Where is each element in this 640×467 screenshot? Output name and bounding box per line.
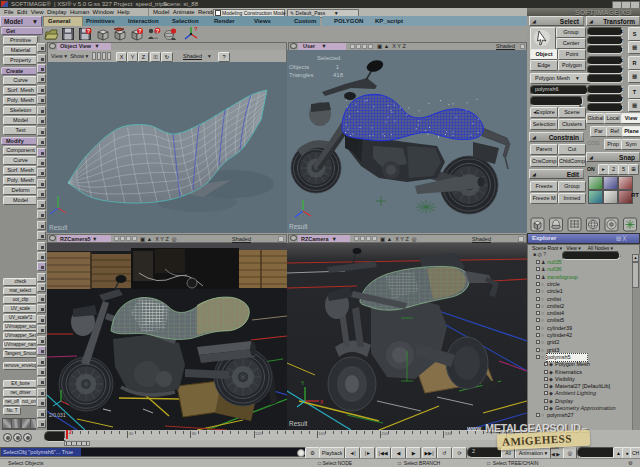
svg-text:418: 418 bbox=[333, 72, 344, 78]
svg-text:?: ? bbox=[194, 26, 198, 32]
svg-text:Result: Result bbox=[289, 420, 308, 427]
svg-text:Triangles: Triangles bbox=[289, 72, 313, 78]
svg-text:Selected: Selected bbox=[317, 55, 340, 61]
svg-text:2/0.031: 2/0.031 bbox=[49, 412, 66, 418]
svg-text:Result: Result bbox=[289, 223, 308, 230]
svg-text:Objects: Objects bbox=[289, 64, 309, 70]
svg-text:Result: Result bbox=[49, 224, 68, 231]
